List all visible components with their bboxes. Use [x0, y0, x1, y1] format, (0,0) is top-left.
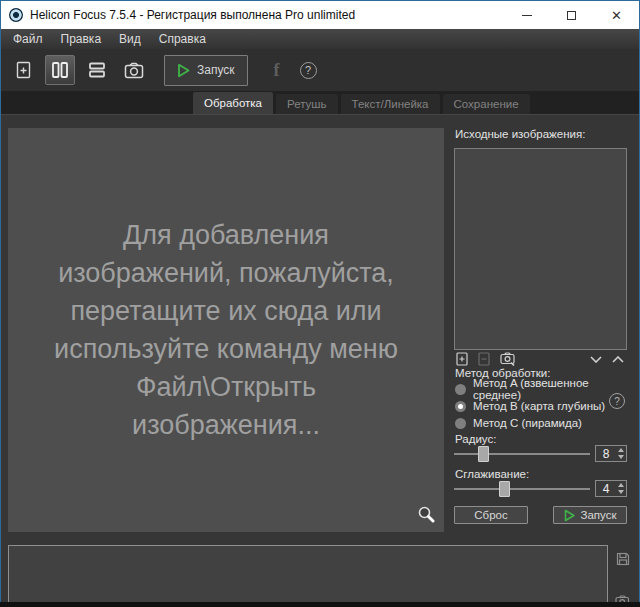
- help-button[interactable]: ?: [300, 62, 317, 79]
- smoothing-value: 4: [596, 482, 616, 496]
- method-help-icon: ?: [614, 396, 620, 407]
- run-play-icon: [564, 509, 575, 522]
- maximize-button[interactable]: [549, 1, 594, 29]
- add-images-button[interactable]: [8, 55, 38, 85]
- menu-view[interactable]: Вид: [110, 32, 150, 46]
- run-play-icon: [177, 63, 190, 78]
- method-b-label: Метод B (карта глубины): [473, 400, 605, 412]
- magnifier-icon: [417, 505, 435, 523]
- method-c-option[interactable]: Метод C (пирамида): [455, 417, 628, 429]
- radius-label: Радиус:: [455, 433, 496, 445]
- spinner-arrows: [616, 481, 626, 496]
- radio-selected-icon: [455, 401, 466, 412]
- vertical-split-view-button[interactable]: [45, 55, 75, 85]
- window-title: Helicon Focus 7.5.4 - Регистрация выполн…: [30, 8, 355, 22]
- facebook-icon: f: [274, 60, 280, 80]
- content-area: Для добавления изображений, пожалуйста, …: [1, 114, 639, 607]
- window-controls: ✕: [504, 1, 639, 29]
- menu-help[interactable]: Справка: [150, 32, 215, 46]
- camera-icon: [124, 62, 144, 79]
- list-toolbar: [456, 352, 624, 366]
- help-icon: ?: [305, 64, 311, 76]
- reset-label: Сброс: [474, 509, 507, 521]
- source-images-label: Исходные изображения:: [455, 128, 585, 140]
- radius-spinner[interactable]: 8: [595, 445, 627, 462]
- dropzone-message: Для добавления изображений, пожалуйста, …: [8, 128, 444, 532]
- horizontal-split-icon: [88, 62, 106, 78]
- slider-track[interactable]: [454, 453, 590, 455]
- window-bottom-edge: [0, 602, 640, 607]
- facebook-button[interactable]: f: [267, 60, 287, 81]
- radio-icon: [455, 384, 466, 395]
- app-icon: [9, 8, 23, 22]
- spin-down-icon[interactable]: [618, 490, 624, 494]
- menu-file[interactable]: Файл: [4, 32, 52, 46]
- app-window: Helicon Focus 7.5.4 - Регистрация выполн…: [0, 0, 640, 607]
- save-log-button[interactable]: [616, 552, 630, 566]
- tabbar: Обработка Ретушь Текст/Линейка Сохранени…: [1, 91, 639, 114]
- minimize-icon: [522, 15, 532, 16]
- slider-track[interactable]: [454, 488, 590, 490]
- capture-camera-icon[interactable]: [500, 352, 516, 366]
- tab-saving[interactable]: Сохранение: [443, 94, 530, 114]
- smoothing-label: Сглаживание:: [455, 468, 529, 480]
- menubar: Файл Правка Вид Справка: [1, 29, 639, 49]
- spin-up-icon[interactable]: [618, 483, 624, 487]
- move-up-button[interactable]: [612, 356, 624, 363]
- horizontal-split-view-button[interactable]: [82, 55, 112, 85]
- image-dropzone[interactable]: Для добавления изображений, пожалуйста, …: [8, 128, 444, 532]
- radius-value: 8: [596, 447, 616, 461]
- tab-processing[interactable]: Обработка: [193, 92, 273, 114]
- toolbar-run-label: Запуск: [197, 63, 235, 77]
- toolbar: Запуск f ?: [1, 49, 639, 91]
- close-button[interactable]: ✕: [594, 1, 639, 29]
- method-options: Метод A (взвешенное среднее) Метод B (ка…: [455, 383, 628, 429]
- method-a-option[interactable]: Метод A (взвешенное среднее): [455, 383, 628, 395]
- reset-button[interactable]: Сброс: [454, 506, 528, 524]
- slider-handle[interactable]: [499, 481, 510, 497]
- action-buttons: Сброс Запуск: [454, 506, 627, 524]
- spinner-arrows: [616, 446, 626, 461]
- titlebar: Helicon Focus 7.5.4 - Регистрация выполн…: [1, 1, 639, 29]
- method-b-option[interactable]: Метод B (карта глубины): [455, 400, 628, 412]
- save-icon: [616, 552, 630, 566]
- method-help-button[interactable]: ?: [609, 393, 625, 409]
- close-icon: ✕: [611, 8, 622, 23]
- sidebar: Исходные изображения: Мето: [454, 115, 628, 607]
- tab-text-scale[interactable]: Текст/Линейка: [341, 94, 440, 114]
- source-images-list[interactable]: [454, 148, 627, 350]
- radio-icon: [455, 418, 466, 429]
- maximize-icon: [567, 11, 576, 20]
- remove-image-button[interactable]: [478, 352, 490, 366]
- slider-handle[interactable]: [478, 446, 489, 462]
- zoom-button[interactable]: [417, 505, 435, 523]
- toolbar-run-button[interactable]: Запуск: [164, 55, 248, 86]
- add-images-icon: [16, 61, 31, 79]
- method-a-label: Метод A (взвешенное среднее): [473, 377, 628, 401]
- output-log-panel: [8, 545, 608, 603]
- tab-retouching[interactable]: Ретушь: [276, 94, 338, 114]
- spin-up-icon[interactable]: [618, 448, 624, 452]
- radius-slider[interactable]: [454, 446, 590, 462]
- minimize-button[interactable]: [504, 1, 549, 29]
- vertical-split-icon: [51, 62, 69, 78]
- smoothing-spinner[interactable]: 4: [595, 480, 627, 497]
- add-image-button[interactable]: [456, 352, 468, 366]
- move-down-button[interactable]: [590, 356, 602, 363]
- run-button[interactable]: Запуск: [553, 506, 627, 524]
- camera-capture-button[interactable]: [119, 55, 149, 85]
- method-c-label: Метод C (пирамида): [473, 417, 582, 429]
- menu-edit[interactable]: Правка: [52, 32, 111, 46]
- smoothing-slider[interactable]: [454, 481, 590, 497]
- spin-down-icon[interactable]: [618, 455, 624, 459]
- run-label: Запуск: [581, 509, 617, 521]
